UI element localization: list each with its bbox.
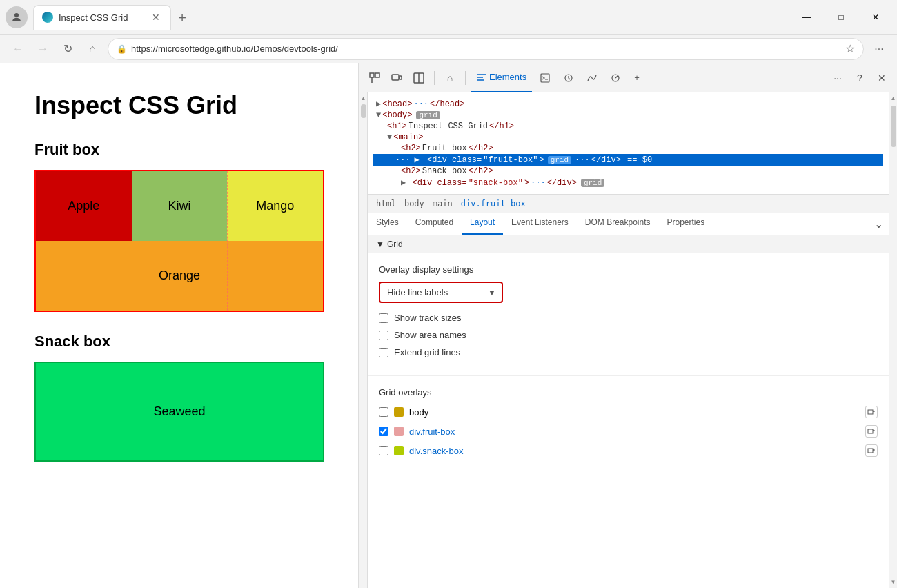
show-track-sizes-label[interactable]: Show track sizes xyxy=(394,313,462,323)
dom-line-body: ▼ <body> grid xyxy=(373,110,883,121)
snack-box-title: Snack box xyxy=(34,333,324,351)
fruit-cell-mango: Mango xyxy=(227,171,323,241)
show-track-sizes-row: Show track sizes xyxy=(379,313,878,323)
tab-layout[interactable]: Layout xyxy=(462,213,503,235)
overlay-fruit-box-checkbox[interactable] xyxy=(379,427,388,436)
fruit-box-grid-badge[interactable]: grid xyxy=(548,156,571,164)
tab-styles[interactable]: Styles xyxy=(368,213,407,235)
line-labels-dropdown[interactable]: Hide line labels Show line numbers Show … xyxy=(379,282,503,303)
close-button[interactable]: ✕ xyxy=(860,5,891,30)
dropdown-wrapper: Hide line labels Show line numbers Show … xyxy=(379,282,503,303)
home-button-devtools[interactable]: ⌂ xyxy=(440,68,460,88)
scroll-up-arrow[interactable]: ▲ xyxy=(359,92,367,101)
scroll-thumb[interactable] xyxy=(361,104,366,118)
tab-close-button[interactable]: ✕ xyxy=(150,11,162,23)
left-scrollbar[interactable]: ▲ xyxy=(359,92,368,588)
more-tools-button[interactable]: ··· xyxy=(828,68,847,88)
devtools-toolbar: ⌂ Elements + xyxy=(359,63,897,92)
scroll-thumb[interactable] xyxy=(891,106,896,147)
maximize-button[interactable]: □ xyxy=(825,5,857,30)
tab-properties[interactable]: Properties xyxy=(659,213,713,235)
show-area-names-checkbox[interactable] xyxy=(379,331,388,340)
snack-cell-seaweed: Seaweed xyxy=(36,363,323,460)
overlay-body-color xyxy=(394,407,404,417)
show-area-names-row: Show area names xyxy=(379,330,878,340)
refresh-button[interactable]: ↻ xyxy=(58,39,77,59)
dom-line-h2-snack: <h2> Snack box </h2> xyxy=(373,166,883,177)
new-tab-button[interactable]: + xyxy=(171,8,193,30)
security-icon: 🔒 xyxy=(117,44,127,54)
fruit-cell-orange: Orange xyxy=(36,241,323,311)
sub-tabs-more[interactable]: ⌄ xyxy=(869,213,889,235)
extend-grid-lines-checkbox[interactable] xyxy=(379,348,388,357)
console-panel-tab[interactable] xyxy=(535,63,555,92)
favorites-icon[interactable]: ☆ xyxy=(845,42,855,55)
performance-panel-tab[interactable] xyxy=(605,63,626,92)
show-area-names-label[interactable]: Show area names xyxy=(394,330,466,340)
add-panel-button[interactable]: + xyxy=(629,63,645,92)
layout-panel: ▼ Grid Overlay display settings Hide lin… xyxy=(368,235,889,588)
close-devtools-button[interactable]: ✕ xyxy=(872,68,891,88)
body-grid-badge[interactable]: grid xyxy=(416,111,440,119)
profile-icon[interactable] xyxy=(6,6,28,28)
overlay-body-inspect-button[interactable] xyxy=(865,406,878,418)
svg-rect-13 xyxy=(868,449,873,453)
breadcrumb-fruit-box[interactable]: div.fruit-box xyxy=(458,197,529,210)
devtools-body: ▲ ▶ <head> ··· </head> xyxy=(359,92,897,588)
device-toolbar-button[interactable] xyxy=(387,68,406,88)
address-bar[interactable]: 🔒 https://microsoftedge.github.io/Demos/… xyxy=(108,38,864,60)
snack-grid: Seaweed xyxy=(34,362,324,462)
overlay-body-checkbox[interactable] xyxy=(379,407,388,417)
home-button[interactable]: ⌂ xyxy=(83,39,102,59)
breadcrumb-body[interactable]: body xyxy=(402,197,427,210)
breadcrumb-main[interactable]: main xyxy=(430,197,455,210)
svg-rect-5 xyxy=(400,76,402,79)
panel-layout-button[interactable] xyxy=(409,68,428,88)
overlay-fruit-box-row: div.fruit-box xyxy=(379,425,878,438)
dom-tree: ▶ <head> ··· </head> ▼ <body> grid xyxy=(368,92,889,195)
elements-panel-tab[interactable]: Elements xyxy=(471,63,532,92)
help-button[interactable]: ? xyxy=(850,68,869,88)
overlay-snack-box-inspect-button[interactable] xyxy=(865,444,878,457)
active-tab[interactable]: Inspect CSS Grid ✕ xyxy=(33,5,171,30)
nav-bar: ← → ↻ ⌂ 🔒 https://microsoftedge.github.i… xyxy=(0,35,897,63)
grid-overlays-section: Grid overlays body xyxy=(368,376,889,475)
breadcrumb-html[interactable]: html xyxy=(373,197,399,210)
back-button[interactable]: ← xyxy=(8,39,28,59)
fruit-grid: Apple Kiwi Mango Orange xyxy=(34,170,324,312)
sources-panel-tab[interactable] xyxy=(558,63,579,92)
scroll-down-button[interactable]: ▼ xyxy=(889,578,897,587)
title-bar: Inspect CSS Grid ✕ + — □ ✕ xyxy=(0,0,897,35)
tab-computed[interactable]: Computed xyxy=(407,213,462,235)
dom-line-h2-fruit: <h2> Fruit box </h2> xyxy=(373,143,883,154)
inspect-element-button[interactable] xyxy=(365,68,384,88)
overlay-fruit-box-color xyxy=(394,427,404,436)
svg-point-0 xyxy=(14,13,19,17)
grid-section-title: Grid xyxy=(387,239,403,249)
show-track-sizes-checkbox[interactable] xyxy=(379,313,388,323)
content-area: Inspect CSS Grid Fruit box Apple Kiwi Ma… xyxy=(0,63,897,588)
fruit-cell-apple: Apple xyxy=(36,171,132,241)
minimize-button[interactable]: — xyxy=(791,5,822,30)
extend-grid-lines-row: Extend grid lines xyxy=(379,347,878,357)
tab-dom-breakpoints[interactable]: DOM Breakpoints xyxy=(577,213,659,235)
grid-section-header[interactable]: ▼ Grid xyxy=(368,235,889,253)
scroll-up-button[interactable]: ▲ xyxy=(889,94,897,103)
page-title: Inspect CSS Grid xyxy=(34,91,324,120)
network-panel-tab[interactable] xyxy=(582,63,602,92)
right-scrollbar[interactable]: ▲ ▼ xyxy=(889,92,897,588)
dom-line-fruit-box[interactable]: ··· ▶ <div class= "fruit-box" > grid ···… xyxy=(373,154,883,166)
overlay-snack-box-checkbox[interactable] xyxy=(379,446,388,455)
devtools-main: ▶ <head> ··· </head> ▼ <body> grid xyxy=(368,92,889,588)
tab-event-listeners[interactable]: Event Listeners xyxy=(503,213,577,235)
snack-box-grid-badge[interactable]: grid xyxy=(581,179,604,187)
forward-button[interactable]: → xyxy=(33,39,52,59)
tab-title: Inspect CSS Grid xyxy=(59,12,144,23)
more-button[interactable]: ··· xyxy=(869,39,889,59)
overlay-fruit-box-inspect-button[interactable] xyxy=(865,425,878,438)
extend-grid-lines-label[interactable]: Extend grid lines xyxy=(394,347,460,357)
window-controls: — □ ✕ xyxy=(791,5,891,30)
toolbar-separator xyxy=(434,71,435,85)
tab-favicon xyxy=(42,12,53,23)
dom-line-snack-box[interactable]: ▶ <div class= "snack-box" > ··· </div> g… xyxy=(373,177,883,188)
